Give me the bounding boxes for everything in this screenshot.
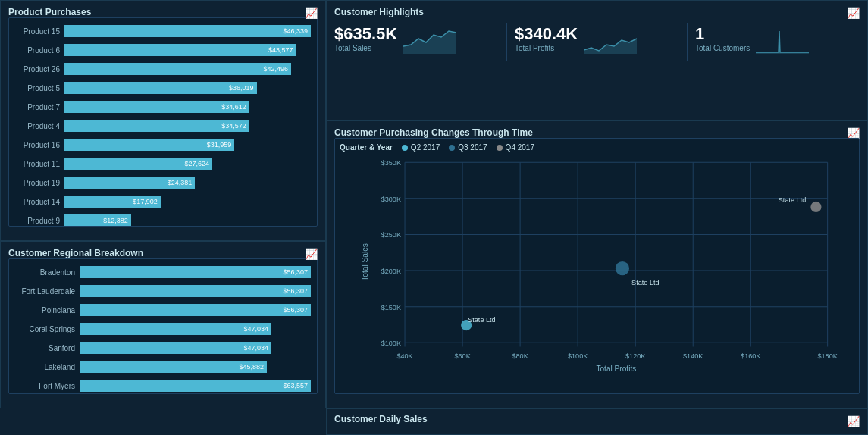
svg-marker-0: [403, 31, 456, 54]
legend-field-label: Quarter & Year: [340, 143, 393, 152]
svg-text:Total Profits: Total Profits: [596, 365, 636, 373]
bar-fill: $34,572: [64, 120, 249, 132]
svg-text:State Ltd: State Ltd: [779, 196, 806, 204]
bar-label: Product 4: [15, 122, 64, 130]
bar-label: Bradenton: [15, 268, 80, 277]
bar-fill: $63,557: [80, 380, 311, 392]
svg-text:$80K: $80K: [512, 352, 528, 360]
bar-track: $56,307: [80, 266, 311, 278]
divider-1: [506, 23, 507, 61]
legend-label-q3: Q3 2017: [458, 143, 487, 152]
highlight-total-sales: $635.5K Total Sales: [334, 23, 499, 54]
svg-point-35: [616, 261, 629, 275]
svg-text:$200K: $200K: [381, 268, 401, 275]
table-row: Product 4 $34,572: [15, 117, 311, 134]
bar-value: $17,902: [133, 198, 158, 205]
customer-highlights-title: Customer Highlights: [334, 7, 424, 17]
bar-label: Fort Myers: [15, 382, 80, 390]
legend-q3: Q3 2017: [449, 143, 487, 152]
bar-fill: $56,307: [80, 285, 311, 297]
table-row: Product 9 $12,382: [15, 212, 311, 227]
bar-track: $27,624: [64, 158, 311, 170]
highlight-total-profits: $340.4K Total Profits: [515, 23, 679, 54]
bar-fill: $31,959: [64, 139, 234, 151]
table-row: Product 14 $17,902: [15, 193, 311, 210]
regional-breakdown-icon[interactable]: 📈: [305, 248, 318, 260]
regional-breakdown-panel: Customer Regional Breakdown 📈 Bradenton …: [0, 241, 326, 408]
bar-track: $17,902: [64, 196, 311, 208]
svg-text:$60K: $60K: [454, 352, 470, 360]
bar-fill: $46,339: [64, 25, 311, 37]
total-sales-sparkline: [403, 23, 456, 54]
daily-sales-title: Customer Daily Sales: [334, 414, 428, 424]
customer-highlights-panel: Customer Highlights 📈 $635.5K Total Sale…: [326, 0, 868, 120]
bar-fill: $27,624: [64, 158, 212, 170]
bar-label: Product 15: [15, 27, 64, 36]
svg-marker-1: [584, 39, 637, 54]
svg-text:$100K: $100K: [381, 340, 401, 347]
total-customers-value: 1: [695, 26, 750, 42]
bar-label: Fort Lauderdale: [15, 287, 80, 296]
svg-text:$150K: $150K: [381, 304, 401, 311]
total-profits-sparkline: [584, 23, 637, 54]
bar-value: $63,557: [283, 382, 308, 390]
total-customers-label: Total Customers: [695, 44, 750, 52]
bar-label: Lakeland: [15, 363, 80, 371]
legend-dot-q3: [449, 145, 455, 151]
table-row: Product 15 $46,339: [15, 23, 311, 39]
divider-2: [687, 23, 688, 61]
bar-track: $36,019: [64, 82, 311, 94]
legend-q2: Q2 2017: [402, 143, 440, 152]
scatter-legend: Quarter & Year Q2 2017 Q3 2017 Q4 2017: [340, 143, 854, 152]
table-row: Product 16 $31,959: [15, 136, 311, 153]
bar-label: Product 14: [15, 198, 64, 206]
bar-fill: $42,496: [64, 63, 291, 75]
regional-breakdown-title: Customer Regional Breakdown: [8, 248, 143, 258]
bar-value: $47,034: [244, 325, 269, 333]
bar-track: $12,382: [64, 214, 311, 227]
bar-value: $31,959: [207, 141, 232, 149]
customer-highlights-icon[interactable]: 📈: [847, 7, 860, 19]
bar-label: Product 7: [15, 103, 64, 111]
bar-track: $63,557: [80, 380, 311, 392]
bar-label: Product 5: [15, 84, 64, 92]
legend-dot-q2: [402, 145, 408, 151]
bar-label: Product 9: [15, 217, 64, 225]
legend-label-q2: Q2 2017: [411, 143, 440, 152]
bar-fill: $47,034: [80, 323, 271, 335]
svg-text:$160K: $160K: [741, 352, 760, 360]
scatter-chart-container: Quarter & Year Q2 2017 Q3 2017 Q4 2017: [334, 138, 860, 394]
bar-fill: $43,577: [64, 44, 296, 56]
bar-value: $42,496: [263, 65, 288, 73]
svg-text:$100K: $100K: [568, 352, 588, 360]
bar-value: $46,339: [283, 27, 308, 35]
bar-value: $27,624: [184, 160, 209, 167]
bar-fill: $34,612: [64, 101, 249, 113]
bar-value: $45,882: [240, 363, 265, 371]
table-row: Coral Springs $47,034: [15, 321, 311, 337]
daily-sales-icon[interactable]: 📈: [847, 415, 860, 427]
bar-fill: $47,034: [80, 342, 271, 354]
bar-track: $56,307: [80, 304, 311, 316]
bar-value: $43,577: [268, 46, 293, 54]
table-row: Bradenton $56,307: [15, 264, 311, 280]
highlights-row: $635.5K Total Sales $340.4K Total Profit…: [334, 23, 860, 61]
bar-value: $47,034: [244, 344, 269, 352]
bar-label: Sanford: [15, 344, 80, 352]
svg-text:$120K: $120K: [625, 352, 645, 360]
table-row: Product 19 $24,381: [15, 174, 311, 191]
bar-track: $34,612: [64, 101, 311, 113]
bar-label: Product 6: [15, 46, 64, 55]
bar-track: $45,882: [80, 361, 311, 373]
table-row: Product 5 $36,019: [15, 80, 311, 96]
legend-dot-q4: [497, 145, 503, 151]
bar-label: Product 26: [15, 65, 64, 74]
product-purchases-icon[interactable]: 📈: [305, 7, 318, 19]
daily-sales-panel: Customer Daily Sales 📈: [326, 408, 868, 435]
bar-track: $34,572: [64, 120, 311, 132]
bar-value: $56,307: [283, 306, 308, 314]
bar-track: $43,577: [64, 44, 311, 56]
bar-value: $56,307: [283, 287, 308, 295]
bar-fill: $12,382: [64, 214, 131, 227]
total-profits-value: $340.4K: [515, 26, 578, 42]
